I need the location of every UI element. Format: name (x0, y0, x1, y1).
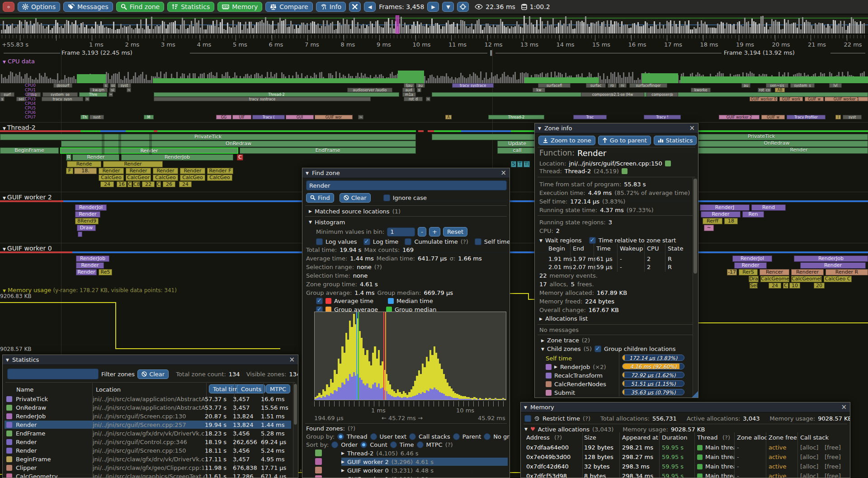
zone[interactable]: OnRedraw (61, 141, 416, 147)
cpu-data-section-header[interactable]: ▼ CPU data (3, 58, 35, 65)
zone[interactable]: Re5 (99, 269, 112, 275)
expand-icon[interactable]: ▶ (541, 338, 544, 343)
expand-icon[interactable]: ▶ (309, 209, 312, 213)
zone[interactable]: -17 (727, 269, 737, 275)
zone[interactable]: T (517, 161, 523, 167)
call-stack-alloc[interactable]: [alloc] (800, 463, 823, 470)
cpu-core-label[interactable]: CPU5 (25, 106, 36, 110)
cpu-zone[interactable]: GUIF w (761, 115, 785, 119)
cpu-zone[interactable]: surfac (586, 83, 606, 88)
col-counts-button[interactable]: Counts (237, 384, 265, 393)
zone[interactable]: F (66, 168, 73, 174)
cpu-zone[interactable]: GG (216, 115, 231, 119)
zone[interactable]: CalcGeome (760, 276, 789, 282)
zone[interactable]: Ren (742, 211, 764, 218)
cpu-zone[interactable]: syst (843, 115, 862, 119)
cumulate-time-checkbox[interactable] (405, 238, 411, 245)
zone-group-row[interactable]: ▶GUIF worker 2(3,296)4.61 s (341, 458, 508, 466)
memory-button[interactable]: Memory (217, 2, 262, 12)
table-row[interactable]: BeginFramejni/../jni/src/claw/gfx/drv/vk… (5, 455, 291, 463)
zone[interactable]: Sel (750, 283, 758, 289)
zone[interactable]: Draw (77, 225, 96, 231)
cpu-zone[interactable]: composer@2.1-se (Hw (581, 92, 644, 97)
self-time-checkbox[interactable] (475, 238, 481, 245)
child-zone-row[interactable]: CalcRenderNodes (546, 380, 618, 388)
cpu-zone[interactable]: au (416, 83, 425, 88)
cpu-zone[interactable]: GUIF worker 1 (825, 97, 868, 101)
cpu-zone[interactable]: surfacefl (538, 83, 571, 88)
zone[interactable]: 24 (769, 283, 781, 289)
zone[interactable]: PrivateTick (0, 134, 416, 140)
zone[interactable]: Render (734, 262, 767, 269)
cpu-zone[interactable]: syst (118, 83, 131, 88)
cpu-zone[interactable]: Tracy ( (252, 115, 285, 119)
cpu-usage-graph[interactable] (0, 66, 868, 83)
collapse-icon[interactable]: ▼ (541, 347, 544, 351)
alloc-address[interactable]: 0x7dfc42d640 (526, 463, 581, 470)
location-value[interactable]: jni/../jni/src/guif/Screen.cpp:150 (569, 160, 662, 167)
call-stack-alloc[interactable]: [alloc] (800, 444, 823, 451)
cpu-zone[interactable]: GUIF wor (315, 115, 353, 119)
cpu-zone[interactable]: system_s (790, 83, 815, 88)
radio-call-stacks[interactable] (409, 433, 416, 440)
cpu-zone[interactable]: M (144, 115, 154, 119)
zone[interactable]: Render (72, 154, 119, 161)
table-row[interactable]: OnRedrawjni/../jni/src/claw/application/… (5, 403, 291, 412)
zone[interactable]: Rend (751, 204, 786, 211)
statistics-scrollbar[interactable] (293, 383, 297, 478)
zone-info-window-titlebar[interactable]: ▼ Zone info × (535, 123, 698, 133)
find-zone-button[interactable]: Find zone (116, 2, 165, 12)
close-icon[interactable]: × (289, 356, 295, 363)
cpu-zone[interactable]: A (445, 115, 452, 119)
zone[interactable]: 24 (100, 181, 114, 187)
cpu-zone[interactable]: GUIF w (805, 97, 824, 101)
filter-zones-input[interactable] (7, 369, 99, 379)
cpu-zone[interactable]: ~ (85, 97, 90, 101)
child-zone-row[interactable]: ▶RenderJob(×2) (546, 363, 618, 371)
zone[interactable]: Render (99, 168, 124, 174)
tools-button[interactable] (349, 2, 361, 12)
cpu-zone[interactable]: @ssurf (53, 83, 72, 88)
messages-button[interactable]: Messages (63, 2, 113, 12)
cpu-zone[interactable]: rot_co (758, 88, 771, 92)
table-row[interactable]: Renderjni/../jni/src/guif/Screen.cpp:257… (5, 421, 291, 429)
cpu-zone[interactable]: surf (0, 92, 14, 97)
col-name[interactable]: Name (16, 386, 33, 393)
child-zones-label[interactable]: Child zones (547, 345, 581, 352)
zone-group-row[interactable]: ▶GUIF worker 0(3,231)4.48 s (341, 466, 508, 474)
cpu-core-label[interactable]: CPU6 (25, 110, 36, 115)
reset-button[interactable]: Reset (443, 227, 467, 237)
col-location[interactable]: Location (96, 386, 121, 393)
collapse-icon[interactable]: ▼ (524, 405, 527, 410)
zone[interactable]: RenderJol (732, 256, 772, 262)
col-mtpc-button[interactable]: MTPC (266, 384, 290, 393)
cpu-zone[interactable]: ro (608, 83, 617, 88)
expand-icon[interactable]: ▶ (554, 364, 557, 369)
cpu-zone[interactable]: ni (618, 83, 627, 88)
find-zone-window-titlebar[interactable]: ▼ Find zone × (302, 168, 509, 178)
time-relative-checkbox[interactable] (589, 237, 596, 244)
table-row[interactable]: Renderjni/../jni/src/guif/Control.cpp:34… (5, 438, 291, 446)
collapse-icon[interactable]: ▼ (6, 358, 9, 362)
alloc-address[interactable]: 0x7dfcf53d98 (526, 473, 581, 478)
cpu-zone[interactable]: audioserver /audio (347, 88, 392, 92)
table-row[interactable]: EndFramejni/../jni/src/claw/gfx/drv/vk/D… (5, 429, 291, 437)
alloc-address[interactable]: 0x7e049b3d00 (526, 454, 581, 461)
zone[interactable]: Render (103, 161, 163, 167)
zone[interactable]: C (156, 181, 161, 187)
cpu-zone[interactable]: UIF (232, 115, 251, 119)
cpu-zone[interactable]: ~ (127, 88, 131, 92)
zone[interactable]: Dra (749, 276, 759, 282)
zone[interactable]: CalcGeo (180, 175, 205, 181)
go-to-parent-button[interactable]: Go to parent (598, 136, 651, 145)
zone[interactable]: Rencer (760, 269, 789, 275)
cpu-zone[interactable]: Thre (79, 92, 107, 97)
zone[interactable]: Tl (524, 161, 530, 167)
zone[interactable]: C (127, 181, 132, 187)
zone[interactable]: CalcGeomet (791, 276, 822, 282)
radio-parent[interactable] (453, 433, 460, 440)
zone[interactable]: ~ (704, 225, 714, 231)
zone[interactable]: RerS (739, 269, 758, 275)
radio-order[interactable] (331, 441, 338, 448)
radio-thread[interactable] (337, 433, 344, 440)
